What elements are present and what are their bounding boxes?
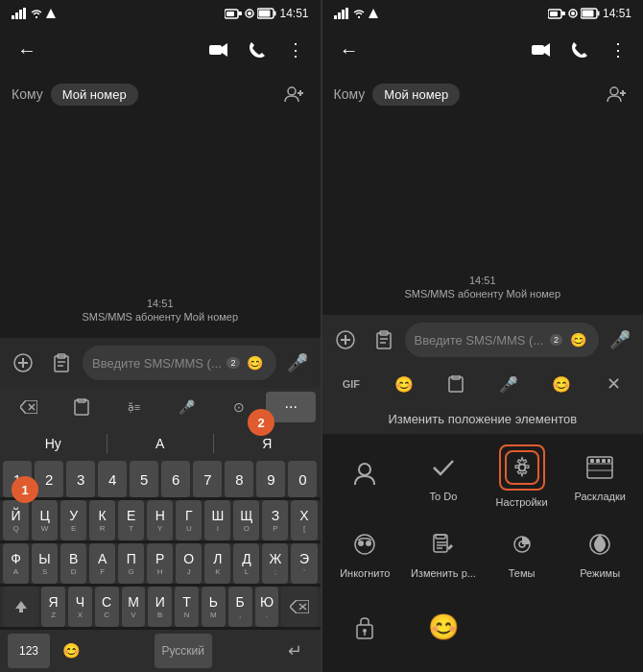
kb-clipboard-btn[interactable] [57, 392, 107, 422]
shortcut-themes[interactable]: Темы [483, 515, 561, 591]
video-call-button-right[interactable] [524, 33, 559, 67]
clipboard-button-left[interactable] [44, 346, 79, 380]
key-9[interactable]: 9 [256, 461, 285, 497]
key-K[interactable]: КR [89, 500, 115, 540]
key-P[interactable]: ПG [118, 543, 144, 584]
mic-button-left[interactable]: 🎤 [280, 346, 315, 380]
key-J[interactable]: ЙQ [3, 500, 29, 540]
key-soft[interactable]: ЬM [202, 587, 226, 627]
key-8[interactable]: 8 [225, 461, 253, 497]
space-key[interactable]: Русский [155, 634, 213, 668]
video-call-button-left[interactable] [202, 33, 236, 67]
kb-chars-btn[interactable]: ặ≡ [108, 392, 159, 422]
kb-gif-btn[interactable]: GIF [326, 369, 377, 399]
more-options-button-left[interactable]: ⋮ [278, 33, 313, 67]
shortcut-themes-label: Темы [509, 567, 536, 579]
add-contact-button-right[interactable] [601, 79, 631, 109]
key-3[interactable]: 3 [66, 461, 95, 497]
kb-mic-btn[interactable]: 🎤 [161, 392, 212, 422]
key-0[interactable]: 0 [288, 461, 317, 497]
key-2[interactable]: 2 [35, 461, 63, 497]
key-O[interactable]: ОJ [176, 543, 202, 584]
shortcut-todo[interactable]: To Do [404, 438, 483, 515]
kb-clipboard-btn-right[interactable] [431, 369, 482, 399]
key-Y[interactable]: ЫS [32, 543, 58, 584]
key-D[interactable]: ДL [233, 543, 259, 584]
back-button-right[interactable]: ← [330, 31, 369, 69]
lock-icon [347, 610, 382, 644]
key-CH[interactable]: ЧX [68, 587, 92, 627]
key-backspace[interactable] [281, 587, 317, 627]
clipboard-button-right[interactable] [367, 323, 401, 357]
suggestion-1[interactable]: Ну [0, 426, 107, 461]
shortcut-settings[interactable]: Настройки [483, 438, 561, 515]
key-C[interactable]: ЦW [32, 500, 58, 540]
kb-delete-btn[interactable] [4, 392, 55, 422]
status-right-right: 14:51 [548, 7, 631, 20]
key-R[interactable]: РH [147, 543, 173, 584]
key-T[interactable]: ТN [175, 587, 199, 627]
key-A[interactable]: АF [89, 543, 115, 584]
phone-call-button-right[interactable] [562, 33, 597, 67]
key-B[interactable]: Б, [228, 587, 252, 627]
shortcut-modes[interactable]: Режимы [560, 515, 639, 591]
input-emoji-left[interactable]: 😊 [244, 351, 267, 374]
num-mode-button[interactable]: 123 [8, 634, 50, 668]
key-M[interactable]: МV [122, 587, 146, 627]
more-options-button-right[interactable]: ⋮ [601, 33, 635, 67]
to-chip-left[interactable]: Мой номер [51, 84, 138, 106]
input-emoji-right[interactable]: 😊 [566, 328, 589, 351]
key-Z[interactable]: ЗP [262, 500, 288, 540]
add-contact-button-left[interactable] [278, 79, 309, 109]
key-6[interactable]: 6 [161, 461, 190, 497]
shortcut-edit[interactable]: Изменить р... [404, 515, 483, 591]
key-E[interactable]: ЕT [118, 500, 144, 540]
kb-emoji-btn[interactable]: 😊 [378, 369, 429, 399]
key-S[interactable]: СC [95, 587, 119, 627]
key-SCH[interactable]: ЩO [233, 500, 259, 540]
key-U[interactable]: УE [60, 500, 86, 540]
shortcut-incognito[interactable]: Инкогнито [326, 515, 405, 591]
bottom-emoji-btn[interactable]: 😊 [54, 634, 88, 668]
attach-button-right[interactable] [328, 323, 363, 357]
key-H[interactable]: Х[ [291, 500, 317, 540]
key-YA[interactable]: ЯZ [41, 587, 65, 627]
bell-icon [225, 8, 242, 19]
message-sender-right: SMS/MMS абоненту Мой номер [404, 288, 560, 300]
key-G[interactable]: ГU [176, 500, 202, 540]
key-I[interactable]: ИB [148, 587, 172, 627]
back-button-left[interactable]: ← [8, 31, 46, 69]
suggestion-2[interactable]: А [107, 426, 214, 461]
key-SH[interactable]: ШI [204, 500, 230, 540]
key-L[interactable]: ЛK [204, 543, 230, 584]
phone-call-button-left[interactable] [240, 33, 274, 67]
key-F[interactable]: ФA [3, 543, 29, 584]
shortcut-lock[interactable] [326, 591, 405, 668]
key-YU[interactable]: Ю. [255, 587, 279, 627]
key-ZH[interactable]: Ж; [262, 543, 288, 584]
kb-mic-btn-right[interactable]: 🎤 [484, 369, 535, 399]
enter-key[interactable]: ↵ [278, 634, 313, 668]
shortcut-contacts[interactable] [326, 438, 405, 515]
key-5[interactable]: 5 [130, 461, 158, 497]
to-chip-right[interactable]: Мой номер [372, 84, 460, 106]
svg-rect-6 [226, 12, 234, 16]
text-input-right[interactable]: Введите SMS/MMS (... 2 😊 [405, 323, 600, 357]
key-V[interactable]: ВD [60, 543, 86, 584]
svg-rect-45 [532, 45, 544, 55]
kb-sticker-btn-right[interactable]: 😊 [536, 369, 587, 399]
key-4[interactable]: 4 [98, 461, 127, 497]
emoji-bottom-icon: 😊 [426, 610, 461, 644]
key-N[interactable]: НY [147, 500, 173, 540]
number-row: 1 2 3 4 5 6 7 8 9 0 [0, 461, 321, 497]
input-placeholder-right: Введите SMS/MMS (... [415, 333, 550, 348]
key-EH[interactable]: Э' [291, 543, 317, 584]
kb-close-btn[interactable]: ✕ [588, 369, 639, 399]
shortcut-emoji-bottom[interactable]: 😊 [404, 591, 483, 668]
text-input-left[interactable]: Введите SMS/MMS (... 2 😊 [83, 346, 276, 380]
key-shift[interactable] [3, 587, 38, 627]
attach-button-left[interactable] [6, 346, 40, 380]
shortcut-layouts[interactable]: Раскладки [560, 438, 639, 515]
mic-button-right[interactable]: 🎤 [603, 323, 637, 357]
key-7[interactable]: 7 [193, 461, 222, 497]
